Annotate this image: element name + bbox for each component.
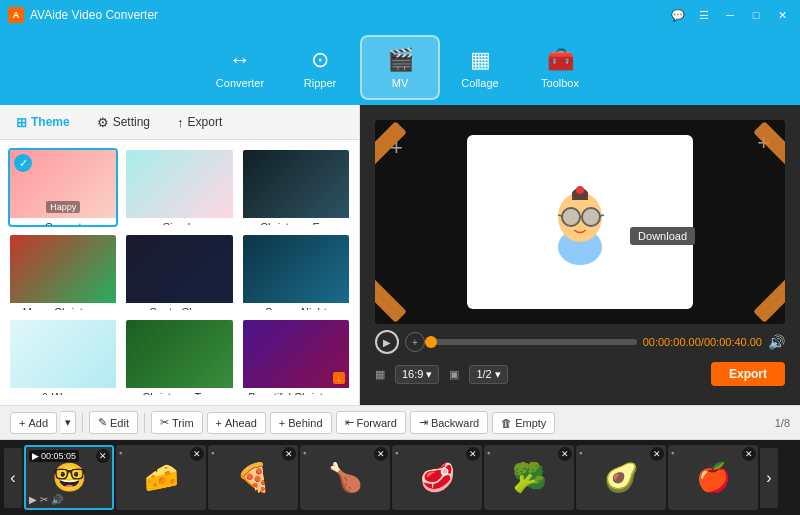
film-scissor-1[interactable]: ✂ [40, 494, 48, 505]
film-item-8[interactable]: 🍎✕▪ [668, 445, 758, 510]
toolbar-collage[interactable]: ▦ Collage [440, 35, 520, 100]
tab-theme[interactable]: ⊞ Theme [10, 113, 76, 132]
minimize-button[interactable]: ─ [720, 7, 740, 23]
theme-label-waves: & Waves [10, 388, 116, 397]
close-button[interactable]: ✕ [772, 7, 792, 23]
theme-grid: ✓HappyCurrentSimpleChristmas EveMerry Ch… [0, 140, 359, 405]
film-corner-3: ▪ [211, 448, 214, 458]
film-corner-7: ▪ [579, 448, 582, 458]
film-close-2[interactable]: ✕ [190, 447, 204, 461]
film-controls-1: ▶ ✂ 🔊 [29, 494, 63, 505]
backward-button[interactable]: ⇥ Backward [410, 411, 488, 434]
export-tab-label: Export [188, 115, 223, 129]
film-close-6[interactable]: ✕ [558, 447, 572, 461]
toolbox-label: Toolbox [541, 77, 579, 89]
toolbar-ripper[interactable]: ⊙ Ripper [280, 35, 360, 100]
collage-label: Collage [461, 77, 498, 89]
film-item-4[interactable]: 🍗✕▪ [300, 445, 390, 510]
film-corner-2: ▪ [119, 448, 122, 458]
volume-icon[interactable]: 🔊 [768, 334, 785, 350]
theme-item-beautiful-christmas[interactable]: ↓Beautiful Christmas [241, 318, 351, 397]
setting-tab-label: Setting [113, 115, 150, 129]
film-close-8[interactable]: ✕ [742, 447, 756, 461]
theme-item-santa-claus[interactable]: Santa Claus [124, 233, 234, 312]
theme-label-simple: Simple [126, 218, 232, 227]
film-close-1[interactable]: ✕ [96, 449, 110, 463]
empty-button[interactable]: 🗑 Empty [492, 412, 555, 434]
film-close-5[interactable]: ✕ [466, 447, 480, 461]
forward-icon: ⇤ [345, 416, 354, 429]
behind-button[interactable]: + Behind [270, 412, 332, 434]
theme-item-merry-christmas[interactable]: Merry Christmas [8, 233, 118, 312]
edit-button[interactable]: ✎ Edit [89, 411, 138, 434]
add-icon: + [19, 417, 25, 429]
svg-point-9 [576, 186, 584, 194]
empty-icon: 🗑 [501, 417, 512, 429]
theme-item-snowy-night[interactable]: Snowy Night [241, 233, 351, 312]
film-item-5[interactable]: 🥩✕▪ [392, 445, 482, 510]
chat-button[interactable]: 💬 [668, 7, 688, 23]
film-vol-1[interactable]: 🔊 [51, 494, 63, 505]
export-button[interactable]: Export [711, 362, 785, 386]
film-close-4[interactable]: ✕ [374, 447, 388, 461]
theme-label-christmas-tree: Christmas Tree [126, 388, 232, 397]
ripper-label: Ripper [304, 77, 336, 89]
controls-bar: ▶ + 00:00:00.00/00:00:40.00 🔊 [375, 324, 785, 358]
ahead-button[interactable]: + Ahead [207, 412, 266, 434]
maximize-button[interactable]: □ [746, 7, 766, 23]
page-info: 1/8 [775, 417, 790, 429]
theme-item-christmas-eve[interactable]: Christmas Eve [241, 148, 351, 227]
main-area: ⊞ Theme ⚙ Setting ↑ Export ✓HappyCurrent… [0, 105, 800, 405]
progress-dot [425, 336, 437, 348]
separator-1 [82, 413, 83, 433]
play-button[interactable]: ▶ [375, 330, 399, 354]
theme-thumb-christmas-tree [126, 320, 232, 388]
panel-tabs: ⊞ Theme ⚙ Setting ↑ Export [0, 105, 359, 140]
theme-item-simple[interactable]: Simple [124, 148, 234, 227]
theme-item-christmas-tree[interactable]: Christmas Tree [124, 318, 234, 397]
filmstrip-next[interactable]: › [760, 448, 778, 508]
add-dropdown-button[interactable]: ▾ [61, 411, 76, 434]
ratio-chevron: ▾ [426, 368, 432, 381]
tab-setting[interactable]: ⚙ Setting [91, 113, 156, 132]
theme-label-santa-claus: Santa Claus [126, 303, 232, 312]
ribbon-bottom-right [753, 269, 785, 323]
theme-label-christmas-eve: Christmas Eve [243, 218, 349, 227]
toolbar-mv[interactable]: 🎬 MV [360, 35, 440, 100]
theme-item-current[interactable]: ✓HappyCurrent [8, 148, 118, 227]
tab-export[interactable]: ↑ Export [171, 113, 228, 132]
film-corner-8: ▪ [671, 448, 674, 458]
film-time-1: ▶00:05:05 [29, 450, 79, 462]
film-close-7[interactable]: ✕ [650, 447, 664, 461]
behind-icon: + [279, 417, 285, 429]
trim-button[interactable]: ✂ Trim [151, 411, 203, 434]
converter-label: Converter [216, 77, 264, 89]
titlebar: A AVAide Video Converter 💬 ☰ ─ □ ✕ [0, 0, 800, 30]
progress-bar[interactable] [431, 339, 637, 345]
menu-button[interactable]: ☰ [694, 7, 714, 23]
theme-thumb-waves [10, 320, 116, 388]
setting-tab-icon: ⚙ [97, 115, 109, 130]
action-bar: + Add ▾ ✎ Edit ✂ Trim + Ahead + Behind ⇤… [0, 405, 800, 440]
step-button[interactable]: + [405, 332, 425, 352]
add-button[interactable]: + Add [10, 412, 57, 434]
theme-thumb-santa-claus [126, 235, 232, 303]
film-item-1[interactable]: 🤓▶00:05:05✕ ▶ ✂ 🔊 [24, 445, 114, 510]
toolbar-converter[interactable]: ↔ Converter [200, 35, 280, 100]
toolbar-toolbox[interactable]: 🧰 Toolbox [520, 35, 600, 100]
film-item-7[interactable]: 🥑✕▪ [576, 445, 666, 510]
window-controls: 💬 ☰ ─ □ ✕ [668, 7, 792, 23]
quality-select[interactable]: 1/2 ▾ [469, 365, 507, 384]
backward-icon: ⇥ [419, 416, 428, 429]
svg-point-4 [562, 208, 580, 226]
film-item-6[interactable]: 🥦✕▪ [484, 445, 574, 510]
film-item-3[interactable]: 🍕✕▪ [208, 445, 298, 510]
film-item-2[interactable]: 🧀✕▪ [116, 445, 206, 510]
ratio-select[interactable]: 16:9 ▾ [395, 365, 439, 384]
theme-item-waves[interactable]: & Waves [8, 318, 118, 397]
film-close-3[interactable]: ✕ [282, 447, 296, 461]
mv-label: MV [392, 77, 409, 89]
forward-button[interactable]: ⇤ Forward [336, 411, 406, 434]
film-play-1[interactable]: ▶ [29, 494, 37, 505]
filmstrip-prev[interactable]: ‹ [4, 448, 22, 508]
